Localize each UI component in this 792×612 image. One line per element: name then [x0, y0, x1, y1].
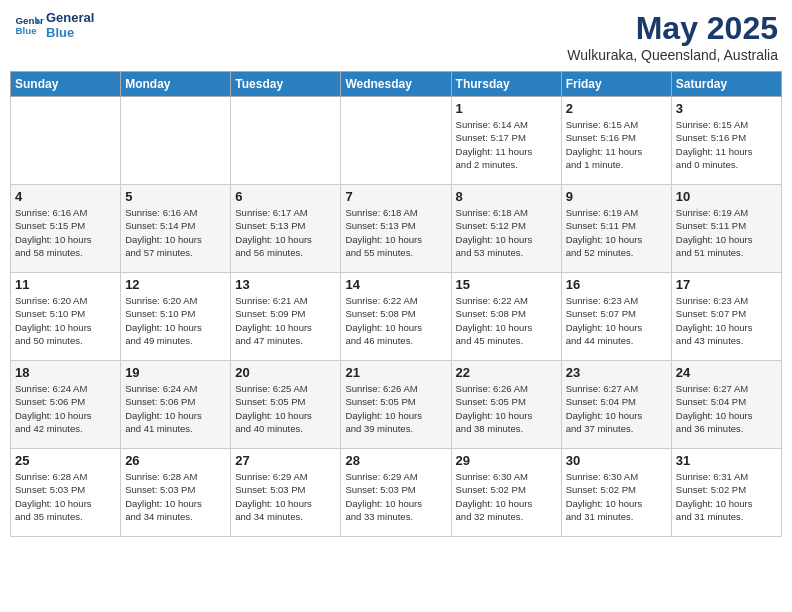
calendar-cell: 5Sunrise: 6:16 AM Sunset: 5:14 PM Daylig… — [121, 185, 231, 273]
calendar-cell: 28Sunrise: 6:29 AM Sunset: 5:03 PM Dayli… — [341, 449, 451, 537]
calendar-cell: 20Sunrise: 6:25 AM Sunset: 5:05 PM Dayli… — [231, 361, 341, 449]
day-number: 30 — [566, 453, 667, 468]
col-header-sunday: Sunday — [11, 72, 121, 97]
calendar-cell: 8Sunrise: 6:18 AM Sunset: 5:12 PM Daylig… — [451, 185, 561, 273]
day-info: Sunrise: 6:22 AM Sunset: 5:08 PM Dayligh… — [345, 294, 446, 347]
calendar-title: May 2025 — [567, 10, 778, 47]
day-number: 5 — [125, 189, 226, 204]
day-info: Sunrise: 6:18 AM Sunset: 5:13 PM Dayligh… — [345, 206, 446, 259]
calendar-cell: 12Sunrise: 6:20 AM Sunset: 5:10 PM Dayli… — [121, 273, 231, 361]
calendar-cell: 24Sunrise: 6:27 AM Sunset: 5:04 PM Dayli… — [671, 361, 781, 449]
day-info: Sunrise: 6:24 AM Sunset: 5:06 PM Dayligh… — [125, 382, 226, 435]
day-number: 23 — [566, 365, 667, 380]
logo-icon: General Blue — [14, 10, 44, 40]
day-number: 26 — [125, 453, 226, 468]
calendar-cell: 16Sunrise: 6:23 AM Sunset: 5:07 PM Dayli… — [561, 273, 671, 361]
week-row-3: 11Sunrise: 6:20 AM Sunset: 5:10 PM Dayli… — [11, 273, 782, 361]
day-info: Sunrise: 6:29 AM Sunset: 5:03 PM Dayligh… — [345, 470, 446, 523]
day-number: 21 — [345, 365, 446, 380]
calendar-cell: 7Sunrise: 6:18 AM Sunset: 5:13 PM Daylig… — [341, 185, 451, 273]
day-number: 24 — [676, 365, 777, 380]
col-header-tuesday: Tuesday — [231, 72, 341, 97]
calendar-cell: 21Sunrise: 6:26 AM Sunset: 5:05 PM Dayli… — [341, 361, 451, 449]
day-number: 18 — [15, 365, 116, 380]
day-info: Sunrise: 6:17 AM Sunset: 5:13 PM Dayligh… — [235, 206, 336, 259]
day-info: Sunrise: 6:29 AM Sunset: 5:03 PM Dayligh… — [235, 470, 336, 523]
calendar-cell: 25Sunrise: 6:28 AM Sunset: 5:03 PM Dayli… — [11, 449, 121, 537]
calendar-cell — [341, 97, 451, 185]
day-info: Sunrise: 6:23 AM Sunset: 5:07 PM Dayligh… — [566, 294, 667, 347]
calendar-cell: 3Sunrise: 6:15 AM Sunset: 5:16 PM Daylig… — [671, 97, 781, 185]
logo: General Blue General Blue — [14, 10, 94, 40]
day-number: 20 — [235, 365, 336, 380]
calendar-cell: 29Sunrise: 6:30 AM Sunset: 5:02 PM Dayli… — [451, 449, 561, 537]
calendar-cell: 18Sunrise: 6:24 AM Sunset: 5:06 PM Dayli… — [11, 361, 121, 449]
col-header-friday: Friday — [561, 72, 671, 97]
day-info: Sunrise: 6:21 AM Sunset: 5:09 PM Dayligh… — [235, 294, 336, 347]
day-number: 19 — [125, 365, 226, 380]
day-info: Sunrise: 6:18 AM Sunset: 5:12 PM Dayligh… — [456, 206, 557, 259]
day-number: 15 — [456, 277, 557, 292]
calendar-subtitle: Wulkuraka, Queensland, Australia — [567, 47, 778, 63]
day-info: Sunrise: 6:20 AM Sunset: 5:10 PM Dayligh… — [125, 294, 226, 347]
day-info: Sunrise: 6:23 AM Sunset: 5:07 PM Dayligh… — [676, 294, 777, 347]
day-number: 16 — [566, 277, 667, 292]
day-info: Sunrise: 6:24 AM Sunset: 5:06 PM Dayligh… — [15, 382, 116, 435]
calendar-cell — [11, 97, 121, 185]
day-info: Sunrise: 6:31 AM Sunset: 5:02 PM Dayligh… — [676, 470, 777, 523]
day-number: 8 — [456, 189, 557, 204]
title-block: May 2025 Wulkuraka, Queensland, Australi… — [567, 10, 778, 63]
day-number: 6 — [235, 189, 336, 204]
day-number: 31 — [676, 453, 777, 468]
calendar-cell: 22Sunrise: 6:26 AM Sunset: 5:05 PM Dayli… — [451, 361, 561, 449]
calendar-cell: 11Sunrise: 6:20 AM Sunset: 5:10 PM Dayli… — [11, 273, 121, 361]
day-info: Sunrise: 6:30 AM Sunset: 5:02 PM Dayligh… — [566, 470, 667, 523]
day-number: 11 — [15, 277, 116, 292]
day-number: 1 — [456, 101, 557, 116]
day-number: 3 — [676, 101, 777, 116]
header-row: SundayMondayTuesdayWednesdayThursdayFrid… — [11, 72, 782, 97]
day-info: Sunrise: 6:30 AM Sunset: 5:02 PM Dayligh… — [456, 470, 557, 523]
day-info: Sunrise: 6:15 AM Sunset: 5:16 PM Dayligh… — [676, 118, 777, 171]
calendar-cell: 10Sunrise: 6:19 AM Sunset: 5:11 PM Dayli… — [671, 185, 781, 273]
day-number: 10 — [676, 189, 777, 204]
day-info: Sunrise: 6:26 AM Sunset: 5:05 PM Dayligh… — [345, 382, 446, 435]
day-info: Sunrise: 6:27 AM Sunset: 5:04 PM Dayligh… — [566, 382, 667, 435]
day-info: Sunrise: 6:19 AM Sunset: 5:11 PM Dayligh… — [676, 206, 777, 259]
calendar-cell: 23Sunrise: 6:27 AM Sunset: 5:04 PM Dayli… — [561, 361, 671, 449]
svg-text:Blue: Blue — [16, 25, 38, 36]
week-row-4: 18Sunrise: 6:24 AM Sunset: 5:06 PM Dayli… — [11, 361, 782, 449]
page-header: General Blue General Blue May 2025 Wulku… — [10, 10, 782, 63]
day-number: 14 — [345, 277, 446, 292]
calendar-cell: 15Sunrise: 6:22 AM Sunset: 5:08 PM Dayli… — [451, 273, 561, 361]
day-info: Sunrise: 6:28 AM Sunset: 5:03 PM Dayligh… — [15, 470, 116, 523]
calendar-cell: 1Sunrise: 6:14 AM Sunset: 5:17 PM Daylig… — [451, 97, 561, 185]
day-number: 29 — [456, 453, 557, 468]
logo-general: General — [46, 10, 94, 25]
calendar-cell: 6Sunrise: 6:17 AM Sunset: 5:13 PM Daylig… — [231, 185, 341, 273]
day-info: Sunrise: 6:26 AM Sunset: 5:05 PM Dayligh… — [456, 382, 557, 435]
col-header-saturday: Saturday — [671, 72, 781, 97]
col-header-thursday: Thursday — [451, 72, 561, 97]
calendar-cell — [121, 97, 231, 185]
day-number: 13 — [235, 277, 336, 292]
day-number: 7 — [345, 189, 446, 204]
logo-blue: Blue — [46, 25, 94, 40]
calendar-cell: 9Sunrise: 6:19 AM Sunset: 5:11 PM Daylig… — [561, 185, 671, 273]
day-info: Sunrise: 6:28 AM Sunset: 5:03 PM Dayligh… — [125, 470, 226, 523]
week-row-2: 4Sunrise: 6:16 AM Sunset: 5:15 PM Daylig… — [11, 185, 782, 273]
day-info: Sunrise: 6:14 AM Sunset: 5:17 PM Dayligh… — [456, 118, 557, 171]
day-number: 28 — [345, 453, 446, 468]
week-row-5: 25Sunrise: 6:28 AM Sunset: 5:03 PM Dayli… — [11, 449, 782, 537]
calendar-cell: 30Sunrise: 6:30 AM Sunset: 5:02 PM Dayli… — [561, 449, 671, 537]
col-header-wednesday: Wednesday — [341, 72, 451, 97]
calendar-table: SundayMondayTuesdayWednesdayThursdayFrid… — [10, 71, 782, 537]
calendar-cell: 17Sunrise: 6:23 AM Sunset: 5:07 PM Dayli… — [671, 273, 781, 361]
day-info: Sunrise: 6:25 AM Sunset: 5:05 PM Dayligh… — [235, 382, 336, 435]
svg-text:General: General — [16, 15, 45, 26]
week-row-1: 1Sunrise: 6:14 AM Sunset: 5:17 PM Daylig… — [11, 97, 782, 185]
col-header-monday: Monday — [121, 72, 231, 97]
calendar-cell: 19Sunrise: 6:24 AM Sunset: 5:06 PM Dayli… — [121, 361, 231, 449]
day-info: Sunrise: 6:22 AM Sunset: 5:08 PM Dayligh… — [456, 294, 557, 347]
day-number: 22 — [456, 365, 557, 380]
